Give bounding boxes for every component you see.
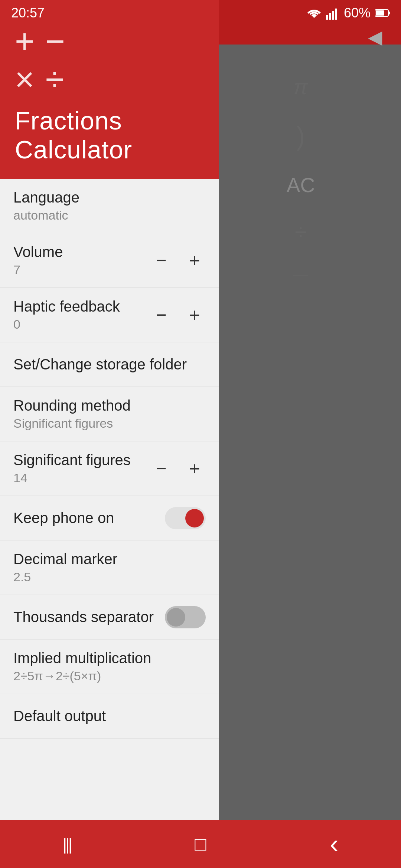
signal-icon xyxy=(326,6,339,20)
sig-figs-controls: − + xyxy=(150,457,206,480)
haptic-increase-button[interactable]: + xyxy=(183,304,206,326)
sig-figs-value: 14 xyxy=(13,471,150,485)
battery-icon xyxy=(375,9,390,17)
implied-mult-label: Implied multiplication xyxy=(13,650,206,667)
rounding-value: Significant figures xyxy=(13,416,206,431)
bg-pi-symbol: π xyxy=(294,74,308,99)
storage-label: Set/Change storage folder xyxy=(13,356,206,373)
default-output-text: Default output xyxy=(13,708,206,724)
sig-figs-increase-button[interactable]: + xyxy=(183,457,206,480)
navigation-bar xyxy=(0,820,401,868)
haptic-controls: − + xyxy=(150,304,206,326)
volume-decrease-button[interactable]: − xyxy=(150,249,172,272)
back-icon xyxy=(330,829,338,859)
setting-thousands: Thousands separator xyxy=(0,595,219,640)
setting-sig-figs: Significant figures 14 − + xyxy=(0,441,219,496)
language-value: automatic xyxy=(13,208,206,223)
status-bar: 20:57 60% xyxy=(0,0,401,26)
thousands-separator-knob xyxy=(167,608,185,627)
language-label: Language xyxy=(13,189,206,206)
setting-decimal[interactable]: Decimal marker 2.5 xyxy=(0,540,219,595)
svg-rect-6 xyxy=(388,11,390,14)
rounding-label: Rounding method xyxy=(13,397,206,414)
bg-ac-label: AC xyxy=(287,173,315,197)
decimal-text: Decimal marker 2.5 xyxy=(13,551,206,584)
sig-figs-text: Significant figures 14 xyxy=(13,452,150,485)
home-icon xyxy=(195,833,206,855)
volume-value: 7 xyxy=(13,263,150,277)
bg-divider-symbol: — xyxy=(293,266,308,283)
bg-back-icon xyxy=(360,22,390,52)
svg-rect-2 xyxy=(332,11,334,20)
sig-figs-label: Significant figures xyxy=(13,452,150,468)
haptic-decrease-button[interactable]: − xyxy=(150,304,172,326)
storage-text: Set/Change storage folder xyxy=(13,356,206,373)
language-text: Language automatic xyxy=(13,189,206,223)
back-button[interactable] xyxy=(316,825,353,862)
setting-volume: Volume 7 − + xyxy=(0,233,219,288)
keep-phone-label: Keep phone on xyxy=(13,510,165,526)
battery-text: 60% xyxy=(344,5,371,21)
svg-rect-1 xyxy=(329,13,331,20)
settings-list: Language automatic Volume 7 − + Haptic f… xyxy=(0,179,219,868)
decimal-value: 2.5 xyxy=(13,570,206,584)
bg-divide-symbol: ÷ xyxy=(295,219,307,244)
header-icons: + − xyxy=(15,22,204,60)
haptic-label: Haptic feedback xyxy=(13,298,150,315)
volume-increase-button[interactable]: + xyxy=(183,249,206,272)
header-icons-row2: × ÷ xyxy=(15,60,204,99)
implied-mult-value: 2÷5π→2÷(5×π) xyxy=(13,669,206,683)
setting-rounding[interactable]: Rounding method Significant figures xyxy=(0,387,219,441)
setting-haptic: Haptic feedback 0 − + xyxy=(0,288,219,342)
settings-drawer: + − × ÷ Fractions Calculator Language au… xyxy=(0,0,219,868)
setting-default-output[interactable]: Default output xyxy=(0,694,219,739)
app-title: Fractions Calculator xyxy=(15,106,204,164)
setting-language[interactable]: Language automatic xyxy=(0,179,219,233)
keep-phone-text: Keep phone on xyxy=(13,510,165,526)
status-time: 20:57 xyxy=(11,5,45,21)
background-calculator: π ) AC ÷ — = xyxy=(200,0,401,868)
svg-rect-3 xyxy=(335,9,337,20)
recent-apps-button[interactable] xyxy=(48,825,85,862)
recent-apps-icon xyxy=(63,833,71,855)
setting-implied-mult[interactable]: Implied multiplication 2÷5π→2÷(5×π) xyxy=(0,640,219,694)
times-icon: × xyxy=(15,60,35,99)
setting-keep-phone-on: Keep phone on xyxy=(0,496,219,540)
thousands-separator-toggle[interactable] xyxy=(165,606,206,628)
default-output-label: Default output xyxy=(13,708,206,724)
thousands-text: Thousands separator xyxy=(13,609,165,625)
keep-phone-on-knob xyxy=(185,509,204,527)
svg-rect-0 xyxy=(326,15,328,20)
volume-text: Volume 7 xyxy=(13,244,150,277)
rounding-text: Rounding method Significant figures xyxy=(13,397,206,431)
setting-storage[interactable]: Set/Change storage folder xyxy=(0,342,219,387)
bg-calc-content: π ) AC ÷ — xyxy=(200,45,401,283)
bg-paren-symbol: ) xyxy=(296,121,305,151)
divide-icon: ÷ xyxy=(46,60,64,99)
haptic-value: 0 xyxy=(13,317,150,332)
minus-icon: − xyxy=(46,22,65,60)
keep-phone-on-toggle[interactable] xyxy=(165,507,206,529)
drawer-header: + − × ÷ Fractions Calculator xyxy=(0,0,219,179)
implied-mult-text: Implied multiplication 2÷5π→2÷(5×π) xyxy=(13,650,206,683)
volume-label: Volume xyxy=(13,244,150,260)
svg-rect-5 xyxy=(376,10,384,16)
volume-controls: − + xyxy=(150,249,206,272)
thousands-label: Thousands separator xyxy=(13,609,165,625)
status-right: 60% xyxy=(307,5,390,21)
wifi-icon xyxy=(307,7,322,19)
home-button[interactable] xyxy=(182,825,219,862)
haptic-text: Haptic feedback 0 xyxy=(13,298,150,332)
decimal-label: Decimal marker xyxy=(13,551,206,568)
plus-icon: + xyxy=(15,22,35,60)
sig-figs-decrease-button[interactable]: − xyxy=(150,457,172,480)
